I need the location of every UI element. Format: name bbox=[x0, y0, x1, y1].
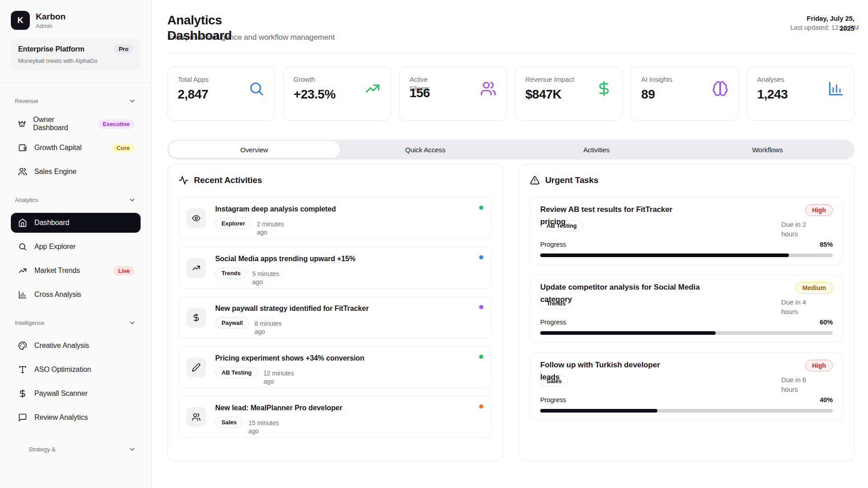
task-title: Update competitor analysis for Social Me… bbox=[540, 281, 730, 305]
recent-activities-title: Recent Activities bbox=[194, 175, 262, 185]
activity-category-badge: Paywall bbox=[215, 317, 249, 328]
palette-icon bbox=[18, 341, 27, 350]
activity-icon-chip bbox=[186, 407, 206, 427]
sidebar-item-label: Creative Analysis bbox=[34, 342, 89, 350]
sidebar-item-creative-analysis[interactable]: Creative Analysis bbox=[11, 336, 141, 356]
activity-timestamp: 5 minutes ago bbox=[252, 270, 290, 286]
sidebar-item-sales-engine[interactable]: Sales Engine bbox=[11, 162, 141, 182]
nav-badge-executive: Executive bbox=[98, 119, 135, 129]
stat-card-growth: Growth+23.5% bbox=[283, 66, 391, 121]
brain-icon bbox=[712, 80, 728, 97]
activity-status-dot bbox=[479, 404, 483, 408]
urgent-tasks-panel: Urgent Tasks Review AB test results for … bbox=[519, 164, 854, 461]
alert-icon bbox=[530, 175, 540, 185]
tab-label: Activities bbox=[583, 146, 609, 154]
brand-name: Karbon bbox=[36, 12, 66, 22]
plan-subtitle: Moneyball meets with AlphaGo bbox=[18, 57, 133, 64]
sidebar-item-label: Growth Capital bbox=[34, 144, 81, 152]
activity-item[interactable]: New paywall strategy identified for FitT… bbox=[179, 296, 492, 338]
brand-block: K Karbon Admin bbox=[11, 11, 141, 30]
progress-bar-fill bbox=[540, 331, 716, 335]
trending-up-icon bbox=[364, 80, 381, 97]
message-icon bbox=[18, 413, 27, 422]
section-label: Analytics bbox=[15, 197, 38, 203]
activity-category-badge: Trends bbox=[215, 267, 247, 279]
sidebar-item-label: Paywall Scanner bbox=[34, 389, 88, 398]
sidebar-item-market-trends[interactable]: Market TrendsLive bbox=[11, 261, 141, 281]
tab-workflows[interactable]: Workflows bbox=[682, 141, 854, 158]
task-title: Follow up with Turkish developer leads bbox=[540, 359, 676, 383]
task-card[interactable]: Review AB test results for FitTracker pr… bbox=[530, 197, 843, 265]
recent-activities-panel: Recent Activities Instagram deep analysi… bbox=[167, 164, 503, 461]
task-card[interactable]: Update competitor analysis for Social Me… bbox=[530, 275, 843, 343]
sidebar-item-owner-dashboard[interactable]: Owner DashboardExecutive bbox=[11, 114, 141, 134]
trending-up-icon bbox=[18, 266, 27, 275]
activity-list: Instagram deep analysis completedExplore… bbox=[179, 197, 492, 438]
activity-icon-chip bbox=[186, 357, 206, 377]
progress-percent: 60% bbox=[820, 319, 833, 326]
dollar-icon bbox=[18, 389, 27, 398]
search-icon bbox=[18, 242, 27, 251]
activity-status-dot bbox=[479, 305, 483, 309]
stat-card-active-clients: Active Clients156 bbox=[399, 66, 507, 121]
activity-status-dot bbox=[479, 355, 483, 359]
activity-status-dot bbox=[479, 206, 483, 210]
sidebar-item-paywall-scanner[interactable]: Paywall Scanner bbox=[11, 384, 141, 404]
chevron-down-icon bbox=[128, 196, 136, 204]
activity-title: Instagram deep analysis completed bbox=[215, 205, 336, 213]
plan-badge: Pro bbox=[114, 44, 133, 54]
tab-activities[interactable]: Activities bbox=[511, 141, 682, 158]
task-list: Review AB test results for FitTracker pr… bbox=[530, 197, 843, 420]
activity-icon-chip bbox=[186, 308, 206, 328]
activity-item[interactable]: Social Media apps trending upward +15%Tr… bbox=[179, 247, 492, 289]
sidebar-item-app-explorer[interactable]: App Explorer bbox=[11, 237, 141, 257]
tab-overview[interactable]: Overview bbox=[169, 141, 340, 158]
activity-category-badge: Sales bbox=[215, 417, 243, 428]
alert-triangle-icon bbox=[530, 175, 540, 185]
activity-title: Pricing experiment shows +34% conversion bbox=[215, 354, 364, 362]
dollar-icon bbox=[596, 80, 612, 97]
dollar-icon bbox=[192, 313, 201, 322]
activity-timestamp: 2 minutes ago bbox=[257, 220, 295, 236]
tab-quick-access[interactable]: Quick Access bbox=[340, 141, 511, 158]
sidebar-item-dashboard[interactable]: Dashboard bbox=[11, 213, 141, 233]
sidebar-item-label: App Explorer bbox=[34, 243, 75, 251]
sidebar-item-cross-analysis[interactable]: Cross Analysis bbox=[11, 285, 141, 305]
activity-item[interactable]: Pricing experiment shows +34% conversion… bbox=[179, 346, 492, 388]
search-icon bbox=[248, 80, 264, 97]
activity-item[interactable]: New lead: MealPlanner Pro developerSales… bbox=[179, 396, 492, 438]
nav-badge-live: Live bbox=[113, 266, 135, 276]
sidebar-item-review-analytics[interactable]: Review Analytics bbox=[11, 408, 141, 427]
section-header-revenue[interactable]: Revenue bbox=[11, 97, 141, 105]
sidebar-item-aso-optimization[interactable]: ASO Optimization bbox=[11, 360, 141, 380]
sidebar-item-label: ASO Optimization bbox=[34, 366, 91, 374]
section-header-strategy[interactable]: Strategy & bbox=[11, 446, 141, 453]
activity-title: Social Media apps trending upward +15% bbox=[215, 255, 356, 263]
section-label: Intelligence bbox=[15, 319, 44, 326]
activity-icon bbox=[179, 175, 189, 185]
sidebar-item-growth-capital[interactable]: Growth CapitalCore bbox=[11, 138, 141, 158]
activity-title: New lead: MealPlanner Pro developer bbox=[215, 404, 342, 412]
activity-category-badge: Explorer bbox=[215, 218, 251, 229]
task-card[interactable]: Follow up with Turkish developer leadsHi… bbox=[530, 352, 843, 420]
users-icon bbox=[192, 413, 201, 422]
sidebar-item-label: Sales Engine bbox=[34, 168, 76, 176]
users-icon bbox=[18, 167, 27, 176]
stats-row: Total Apps2,847Growth+23.5%Active Client… bbox=[167, 66, 854, 121]
progress-bar bbox=[540, 331, 833, 335]
section-label: Strategy & bbox=[28, 446, 56, 453]
sidebar-item-label: Market Trends bbox=[34, 267, 80, 275]
activity-icon-chip bbox=[186, 258, 206, 278]
activity-timestamp: 12 minutes ago bbox=[264, 369, 302, 385]
plan-card: Enterprise Platform Pro Moneyball meets … bbox=[11, 38, 141, 70]
activity-item[interactable]: Instagram deep analysis completedExplore… bbox=[179, 197, 492, 239]
sidebar: K Karbon Admin Enterprise Platform Pro M… bbox=[0, 0, 152, 488]
chevron-down-icon bbox=[128, 446, 136, 453]
wallet-icon bbox=[18, 143, 27, 152]
section-header-intelligence[interactable]: Intelligence bbox=[11, 319, 141, 327]
current-date: Friday, July 25, 2025 bbox=[796, 14, 854, 33]
content-panels: Recent Activities Instagram deep analysi… bbox=[167, 164, 854, 461]
section-header-analytics[interactable]: Analytics bbox=[11, 196, 141, 204]
priority-badge: High bbox=[805, 360, 833, 371]
header-date-block: Last updated: 12:10 PM Friday, July 25, … bbox=[796, 14, 854, 33]
